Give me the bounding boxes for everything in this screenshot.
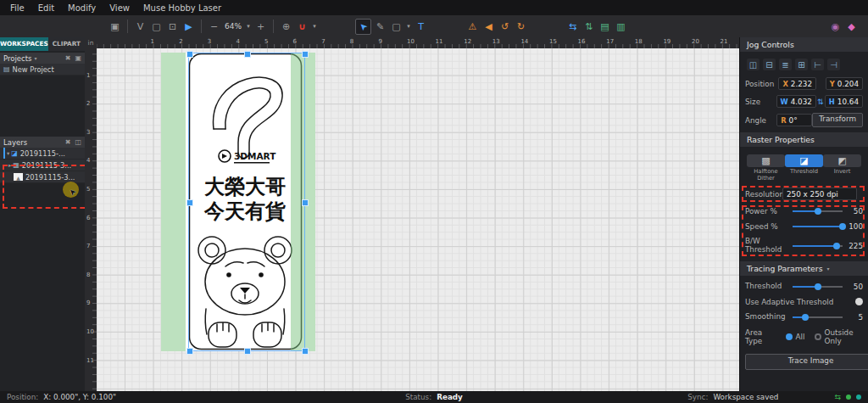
area-type-all-radio[interactable]: All [786, 333, 805, 341]
camera-capture-icon[interactable]: ▣ [108, 20, 122, 34]
angle-field[interactable]: R 0° [776, 114, 812, 126]
run-job-icon[interactable]: ▶ [181, 20, 196, 34]
ruler-tick-label: 6 [293, 38, 297, 45]
flag-icon[interactable]: ◀ [481, 20, 496, 34]
ruler-tick-label: 16 [578, 38, 586, 45]
area-type-outside-radio[interactable]: Outside Only [815, 328, 863, 345]
zoom-in-icon[interactable]: + [253, 20, 268, 34]
jog-buttons: ◫⊟≣⊞⊢⊣ [745, 55, 863, 72]
chevron-down-icon[interactable]: ▾ [827, 266, 830, 271]
selection-handle[interactable] [186, 199, 193, 206]
ruler-top: 123456789101112131415161718192021 [97, 37, 739, 48]
shape-tool-icon[interactable]: ▢ [389, 20, 403, 34]
raster-properties-header: Raster Properties [740, 132, 868, 147]
region-select-icon[interactable]: ⊡ [165, 20, 180, 34]
layer-item-group[interactable]: ▾ ◪ 20191115-... [0, 148, 85, 160]
ruler-left: 1234567891011 [85, 48, 97, 391]
mascot-icon[interactable]: ◉ [828, 20, 843, 34]
rotate-ccw-icon[interactable]: ↺ [498, 20, 512, 34]
delete-project-icon[interactable]: ✖ [65, 54, 71, 62]
adaptive-threshold-toggle[interactable] [855, 298, 863, 305]
zoom-level[interactable]: 64% [223, 20, 243, 34]
send-back-icon[interactable]: ▥ [614, 20, 628, 34]
design-artwork[interactable]: 3DMART 大榮大哥 今天有貨 [161, 53, 315, 351]
speed-slider[interactable] [793, 226, 843, 227]
menu-item-muse-hobby-laser[interactable]: Muse Hobby Laser [136, 2, 228, 14]
layer-item-vector[interactable]: ▸ ▦ 20191115-3... [0, 160, 85, 171]
jog-distribute-icon[interactable]: ≣ [779, 59, 792, 70]
transform-button[interactable]: Transform [812, 113, 863, 127]
position-x-field[interactable]: X 2.232 [778, 77, 816, 90]
selection-handle[interactable] [186, 348, 193, 355]
layer-options-icon[interactable]: ◫ [75, 138, 81, 146]
tracing-threshold-slider[interactable] [793, 286, 843, 288]
duplicate-project-icon[interactable]: ▣ [75, 54, 81, 62]
area-type-row: Area Type All Outside Only [745, 328, 863, 345]
selection-handle[interactable] [302, 348, 309, 355]
slider-thumb[interactable] [815, 283, 821, 290]
radio-icon [786, 333, 793, 340]
selection-handle[interactable] [244, 348, 251, 355]
chevron-expanded-icon[interactable]: ▾ [7, 150, 9, 157]
angle-prefix: R [781, 116, 786, 125]
zoom-out-icon[interactable]: − [207, 20, 221, 34]
menu-item-modify[interactable]: Modify [61, 2, 103, 14]
selection-handle[interactable] [244, 51, 251, 58]
bring-front-icon[interactable]: ▤ [598, 20, 612, 34]
vector-tool-icon[interactable]: V [133, 20, 147, 34]
tab-clipart[interactable]: CLIPART [48, 37, 85, 51]
zoom-menu-icon[interactable]: ▾ [245, 20, 252, 34]
magnet-snap-icon[interactable]: ∪ [295, 20, 309, 34]
mode-halftone-dither[interactable]: ▩ Halftone Dither [747, 154, 785, 182]
smoothing-slider[interactable] [793, 316, 843, 318]
bw-threshold-slider[interactable] [793, 245, 843, 247]
slider-thumb[interactable] [839, 223, 846, 230]
trace-image-button[interactable]: Trace Image [745, 354, 868, 370]
bw-threshold-label: B/W Threshold [745, 238, 787, 254]
magnet-menu-icon[interactable]: ▾ [311, 20, 318, 34]
menu-item-file[interactable]: File [3, 2, 31, 14]
shape-menu-icon[interactable]: ▾ [405, 20, 412, 34]
select-arrow-icon[interactable]: ➤ [355, 19, 371, 35]
chevron-down-icon[interactable]: ▾ [35, 55, 37, 61]
position-y-field[interactable]: Y 0.204 [826, 77, 863, 90]
flip-horizontal-icon[interactable]: ⇆ [565, 20, 580, 34]
statusbar-position-value: X: 0.000", Y: 0.100" [43, 393, 116, 401]
jog-align-center-h-icon[interactable]: ⊟ [763, 59, 776, 70]
pen-tool-icon[interactable]: ✎ [373, 20, 387, 34]
selection-handle[interactable] [186, 51, 193, 58]
jog-align-left-icon[interactable]: ◫ [747, 59, 760, 70]
mode-threshold[interactable]: ◪ Threshold [785, 154, 823, 182]
slider-thumb[interactable] [815, 208, 821, 215]
jog-align-center-v-icon[interactable]: ⊞ [795, 59, 808, 70]
selection-handle[interactable] [302, 199, 309, 206]
size-w-field[interactable]: W 4.032 [776, 95, 816, 108]
workspace-canvas[interactable]: 3DMART 大榮大哥 今天有貨 [97, 48, 739, 391]
ruler-tick-label: 7 [321, 38, 325, 45]
flip-vertical-icon[interactable]: ⇅ [581, 20, 596, 34]
node-edit-icon[interactable]: ▢ [149, 20, 164, 34]
size-swap-icon[interactable]: ⇅ [816, 98, 825, 106]
chevron-collapsed-icon[interactable]: ▸ [8, 162, 11, 169]
menu-item-view[interactable]: View [103, 2, 136, 14]
menu-item-edit[interactable]: Edit [31, 2, 61, 14]
rotate-cw-icon[interactable]: ↻ [514, 20, 528, 34]
jog-move-left-icon[interactable]: ⊢ [811, 59, 824, 70]
project-item[interactable]: ▤ New Project [0, 64, 85, 76]
pan-tool-icon[interactable]: ⊕ [279, 20, 293, 34]
jog-move-right-icon[interactable]: ⊣ [827, 59, 840, 70]
slider-thumb[interactable] [802, 314, 809, 321]
warning-icon[interactable]: ⚠ [465, 20, 480, 34]
resolution-select[interactable]: 250 x 250 dpi [782, 188, 857, 200]
text-tool-icon[interactable]: T [414, 20, 428, 34]
mascot-alt-icon[interactable]: ◆ [844, 20, 859, 34]
selection-handle[interactable] [302, 51, 309, 58]
image-thumbnail-icon: ▲ [14, 173, 23, 181]
design-text-line2: 今天有貨 [203, 199, 286, 223]
delete-layer-icon[interactable]: ✖ [65, 138, 71, 146]
slider-thumb[interactable] [833, 243, 840, 249]
mode-invert[interactable]: ◩ Invert [823, 154, 861, 182]
power-slider[interactable] [793, 210, 843, 212]
tab-workspaces[interactable]: WORKSPACES [0, 37, 48, 51]
size-h-field[interactable]: H 10.64 [825, 95, 863, 108]
